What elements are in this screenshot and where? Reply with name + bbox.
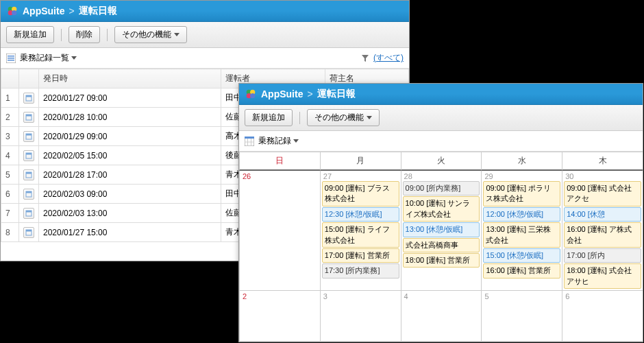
page-title: 運転日報: [79, 5, 117, 17]
calendar-event[interactable]: 09:00 [所内業務]: [403, 181, 480, 196]
titlebar: AppSuite > 運転日報: [239, 84, 643, 105]
app-name: AppSuite: [23, 5, 64, 16]
filter-all-link[interactable]: (すべて): [373, 52, 404, 64]
calendar: 日 月 火 水 木 262709:00 [運転] ブラス株式会社12:30 [休…: [239, 152, 643, 342]
detail-icon[interactable]: [23, 169, 34, 180]
cell-datetime: 2020/01/27 09:00: [39, 88, 221, 108]
col-datetime[interactable]: 発日時: [39, 69, 221, 88]
calendar-cell[interactable]: 2909:00 [運転] ポラリス株式会社12:00 [休憩/仮眠]13:00 …: [481, 171, 562, 291]
calendar-event[interactable]: 12:30 [休憩/仮眠]: [322, 207, 399, 222]
list-view-label: 乗務記録: [258, 135, 291, 147]
calendar-cell[interactable]: 6: [562, 291, 643, 342]
chevron-down-icon: [367, 116, 372, 119]
calendar-event[interactable]: 16:00 [運転] 営業所: [483, 263, 560, 278]
calendar-event[interactable]: 13:00 [運転] 三栄株式会社: [483, 222, 560, 248]
calendar-event[interactable]: 16:00 [運転] ア株式会社: [564, 222, 641, 248]
breadcrumb-chevron-icon: >: [307, 88, 312, 99]
other-functions-button[interactable]: その他の機能: [307, 109, 380, 126]
row-index: 6: [1, 185, 19, 204]
dow-mon: 月: [320, 152, 401, 171]
svg-point-27: [250, 93, 255, 98]
sub-toolbar: 乗務記録一覧 (すべて): [1, 48, 409, 69]
calendar-date: 3: [322, 292, 399, 300]
calendar-cell[interactable]: 3: [320, 291, 401, 342]
chevron-down-icon: [174, 33, 179, 36]
calendar-event[interactable]: 14:00 [休憩: [564, 207, 641, 222]
detail-cell: [19, 204, 39, 223]
new-record-button[interactable]: 新規追加: [245, 109, 293, 126]
app-name: AppSuite: [261, 88, 303, 99]
toolbar: 新規追加 削除 その他の機能: [1, 22, 409, 48]
calendar-event[interactable]: 09:00 [運転] 式会社アクセ: [564, 181, 641, 206]
calendar-cell[interactable]: 5: [481, 291, 562, 342]
calendar-event[interactable]: 09:00 [運転] ポラリス株式会社: [483, 181, 560, 206]
svg-rect-7: [8, 60, 14, 61]
cell-datetime: 2020/01/28 17:00: [39, 165, 221, 185]
svg-rect-5: [8, 56, 14, 57]
calendar-cell[interactable]: 26: [239, 171, 320, 291]
list-view-icon: [6, 54, 16, 63]
svg-rect-21: [26, 211, 32, 213]
calendar-date: 4: [403, 292, 480, 300]
detail-icon[interactable]: [23, 112, 34, 123]
cell-datetime: 2020/01/27 15:00: [39, 223, 221, 242]
detail-cell: [19, 127, 39, 146]
detail-icon[interactable]: [23, 227, 34, 238]
calendar-event[interactable]: 12:00 [休憩/仮眠]: [483, 207, 560, 222]
calendar-event[interactable]: 09:00 [運転] ブラス株式会社: [322, 181, 399, 206]
app-logo-icon: [6, 5, 18, 17]
window-calendar-view: AppSuite > 運転日報 新規追加 その他の機能 乗務記録 日 月 火 水…: [238, 83, 643, 342]
detail-icon[interactable]: [23, 208, 34, 219]
detail-cell: [19, 88, 39, 108]
detail-icon[interactable]: [23, 131, 34, 142]
detail-cell: [19, 223, 39, 242]
svg-rect-13: [26, 134, 32, 136]
calendar-date: 5: [483, 292, 560, 300]
svg-rect-9: [26, 95, 32, 97]
calendar-cell[interactable]: 4: [401, 291, 482, 342]
detail-cell: [19, 185, 39, 204]
calendar-event[interactable]: 式会社高橋商事: [403, 238, 480, 252]
detail-icon[interactable]: [23, 93, 34, 104]
cell-datetime: 2020/01/29 09:00: [39, 127, 221, 146]
calendar-date: 6: [564, 292, 641, 300]
row-index: 4: [1, 146, 19, 165]
calendar-event[interactable]: 18:00 [運転] 式会社アサヒ: [564, 263, 641, 289]
dow-wed: 水: [481, 152, 562, 171]
breadcrumb-chevron-icon: >: [69, 5, 74, 16]
chevron-down-icon: [71, 56, 77, 60]
calendar-cell[interactable]: 3009:00 [運転] 式会社アクセ14:00 [休憩16:00 [運転] ア…: [562, 171, 643, 291]
calendar-event[interactable]: 18:00 [運転] 営業所: [403, 253, 480, 268]
calendar-event[interactable]: 15:00 [休憩/仮眠]: [483, 248, 560, 263]
filter-icon[interactable]: [361, 54, 369, 62]
calendar-date: 30: [564, 172, 641, 180]
calendar-event[interactable]: 17:00 [所内: [564, 248, 641, 263]
toolbar-divider: [61, 29, 62, 41]
calendar-date: 27: [322, 172, 399, 180]
calendar-event[interactable]: 15:00 [運転] ライフ株式会社: [322, 222, 399, 248]
detail-icon[interactable]: [23, 189, 34, 200]
delete-button[interactable]: 削除: [69, 26, 100, 43]
calendar-event[interactable]: 17:30 [所内業務]: [322, 263, 399, 278]
calendar-header: 日 月 火 水 木: [239, 152, 643, 171]
svg-rect-29: [245, 137, 254, 139]
calendar-cell[interactable]: 2709:00 [運転] ブラス株式会社12:30 [休憩/仮眠]15:00 […: [320, 171, 401, 291]
list-view-selector[interactable]: 乗務記録一覧: [20, 52, 77, 64]
cell-datetime: 2020/02/03 13:00: [39, 204, 221, 223]
app-logo-icon: [245, 88, 257, 100]
toolbar-divider: [107, 29, 108, 41]
new-record-button[interactable]: 新規追加: [6, 26, 54, 43]
svg-rect-15: [26, 153, 32, 155]
titlebar: AppSuite > 運転日報: [1, 1, 409, 22]
dow-thu: 木: [562, 152, 643, 171]
calendar-cell[interactable]: 2: [239, 291, 320, 342]
calendar-event[interactable]: 10:00 [運転] サンライズ株式会社: [403, 196, 480, 222]
sub-toolbar: 乗務記録: [239, 131, 643, 152]
calendar-event[interactable]: 17:00 [運転] 営業所: [322, 248, 399, 263]
list-view-selector[interactable]: 乗務記録: [258, 135, 299, 147]
calendar-event[interactable]: 13:00 [休憩/仮眠]: [403, 222, 480, 237]
row-index: 2: [1, 108, 19, 127]
other-functions-button[interactable]: その他の機能: [114, 26, 187, 43]
detail-icon[interactable]: [23, 150, 34, 161]
calendar-cell[interactable]: 2809:00 [所内業務]10:00 [運転] サンライズ株式会社13:00 …: [401, 171, 482, 291]
